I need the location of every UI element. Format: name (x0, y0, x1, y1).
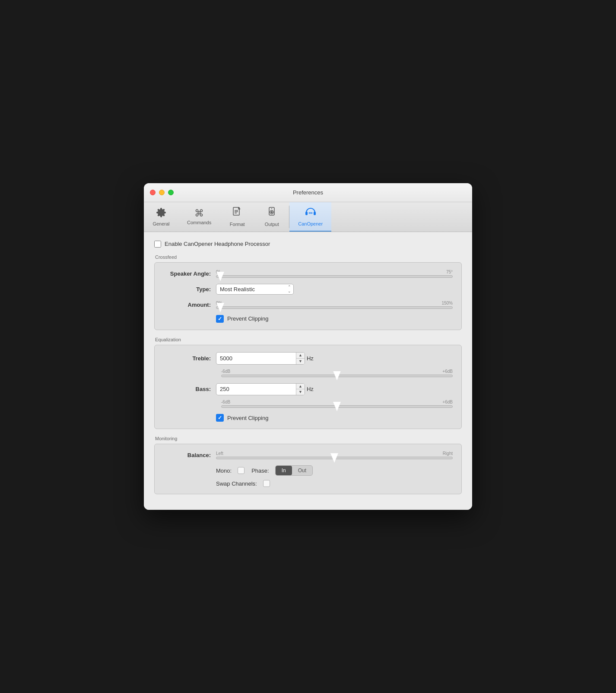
treble-hz-label: Hz (307, 355, 314, 362)
swap-channels-label: Swap Channels: (216, 480, 257, 487)
eq-prevent-clipping-row: Prevent Clipping (216, 414, 453, 422)
balance-label: Balance: (163, 452, 211, 458)
phase-label: Phase: (251, 467, 269, 474)
balance-row: Balance: Left Right (163, 451, 453, 459)
swap-channels-checkbox[interactable] (263, 480, 270, 487)
monitoring-controls: Mono: Phase: In Out (216, 465, 453, 476)
commands-icon: ⌘ (194, 209, 204, 218)
toolbar-label-format: Format (230, 222, 245, 227)
bass-slider-row: -6dB +6dB (163, 400, 453, 408)
balance-slider[interactable] (216, 457, 453, 459)
eq-prevent-clipping-checkbox[interactable] (216, 414, 224, 422)
type-label: Type: (163, 286, 211, 292)
mono-control-pair: Mono: (216, 467, 244, 474)
bass-row: Bass: ▲ ▼ Hz (163, 383, 453, 396)
titlebar: Preferences (144, 183, 472, 202)
amount-row: Amount: 0% 150% (163, 301, 453, 309)
output-icon (267, 207, 276, 220)
crossfeed-prevent-clipping-row: Prevent Clipping (216, 315, 453, 323)
bass-label: Bass: (163, 386, 211, 392)
treble-value-input[interactable] (216, 353, 296, 363)
preferences-window: Preferences General ⌘ Commands (144, 183, 472, 510)
traffic-lights (150, 190, 174, 195)
toolbar-item-general[interactable]: General (144, 202, 178, 232)
toolbar: General ⌘ Commands Format (144, 202, 472, 232)
toolbar-label-output: Output (265, 222, 279, 227)
toolbar-label-canopener: CanOpener (298, 221, 323, 226)
swap-channels-row: Swap Channels: (216, 480, 453, 487)
bass-slider[interactable] (221, 405, 453, 408)
speaker-angle-label: Speaker Angle: (163, 270, 211, 277)
bass-spinbox: ▲ ▼ (216, 383, 305, 396)
toolbar-item-output[interactable]: Output (254, 202, 289, 232)
bass-slider-container: -6dB +6dB (221, 400, 453, 408)
equalization-section-label: Equalization (154, 337, 462, 342)
treble-decrement-button[interactable]: ▼ (296, 359, 305, 364)
treble-row: Treble: ▲ ▼ Hz (163, 352, 453, 365)
enable-label: Enable CanOpener Headphone Processor (165, 241, 270, 247)
gear-icon (156, 207, 166, 219)
monitoring-section: Balance: Left Right Mono: Phase: (154, 444, 462, 494)
treble-spinbox-wrapper: ▲ ▼ Hz (216, 352, 314, 365)
crossfeed-prevent-clipping-label: Prevent Clipping (227, 315, 268, 322)
minimize-button[interactable] (159, 190, 165, 195)
type-select-wrapper: Most Realistic Realistic Less Realistic … (216, 284, 294, 295)
monitoring-section-label: Monitoring (154, 436, 462, 441)
enable-row: Enable CanOpener Headphone Processor (154, 241, 462, 248)
svg-rect-8 (305, 212, 308, 215)
treble-slider-container: -6dB +6dB (221, 369, 453, 377)
treble-slider[interactable] (221, 375, 453, 377)
toolbar-label-commands: Commands (187, 220, 211, 225)
phase-control-pair: Phase: In Out (251, 465, 313, 476)
type-select[interactable]: Most Realistic Realistic Less Realistic … (216, 284, 294, 295)
bass-value-input[interactable] (216, 384, 296, 394)
toolbar-item-commands[interactable]: ⌘ Commands (178, 202, 220, 232)
enable-checkbox[interactable] (154, 241, 161, 248)
bass-increment-button[interactable]: ▲ (296, 384, 305, 390)
mono-checkbox[interactable] (238, 467, 244, 474)
phase-out-button[interactable]: Out (292, 466, 312, 475)
canopener-icon (304, 207, 317, 219)
window-title: Preferences (293, 189, 323, 196)
treble-spinbox: ▲ ▼ (216, 352, 305, 365)
format-icon (232, 207, 242, 220)
amount-label: Amount: (163, 302, 211, 308)
content-area: Enable CanOpener Headphone Processor Cro… (144, 232, 472, 510)
speaker-angle-slider-container: 0° 75° (216, 270, 453, 278)
maximize-button[interactable] (168, 190, 174, 195)
crossfeed-section: Speaker Angle: 0° 75° Type: Most Realist… (154, 262, 462, 330)
mono-label: Mono: (216, 467, 232, 474)
amount-slider-container: 0% 150% (216, 301, 453, 309)
swap-channels-control-pair: Swap Channels: (216, 480, 270, 487)
phase-in-button[interactable]: In (276, 466, 292, 475)
close-button[interactable] (150, 190, 156, 195)
amount-slider[interactable] (216, 306, 453, 309)
bass-decrement-button[interactable]: ▼ (296, 389, 305, 395)
type-row: Type: Most Realistic Realistic Less Real… (163, 284, 453, 295)
bass-spinbox-buttons: ▲ ▼ (296, 384, 305, 395)
treble-slider-row: -6dB +6dB (163, 369, 453, 377)
toolbar-item-format[interactable]: Format (220, 202, 254, 232)
svg-point-6 (271, 211, 273, 213)
speaker-angle-row: Speaker Angle: 0° 75° (163, 270, 453, 278)
treble-label: Treble: (163, 355, 211, 362)
svg-rect-9 (314, 212, 316, 215)
phase-toggle: In Out (275, 465, 313, 476)
treble-spinbox-buttons: ▲ ▼ (296, 353, 305, 364)
speaker-angle-slider[interactable] (216, 275, 453, 278)
bass-hz-label: Hz (307, 386, 314, 392)
treble-increment-button[interactable]: ▲ (296, 353, 305, 359)
eq-prevent-clipping-label: Prevent Clipping (227, 415, 268, 421)
toolbar-item-canopener[interactable]: CanOpener (289, 202, 331, 232)
crossfeed-prevent-clipping-checkbox[interactable] (216, 315, 224, 323)
equalization-section: Treble: ▲ ▼ Hz -6dB (154, 345, 462, 429)
toolbar-label-general: General (152, 221, 169, 226)
balance-slider-container: Left Right (216, 451, 453, 459)
bass-spinbox-wrapper: ▲ ▼ Hz (216, 383, 314, 396)
crossfeed-section-label: Crossfeed (154, 254, 462, 260)
